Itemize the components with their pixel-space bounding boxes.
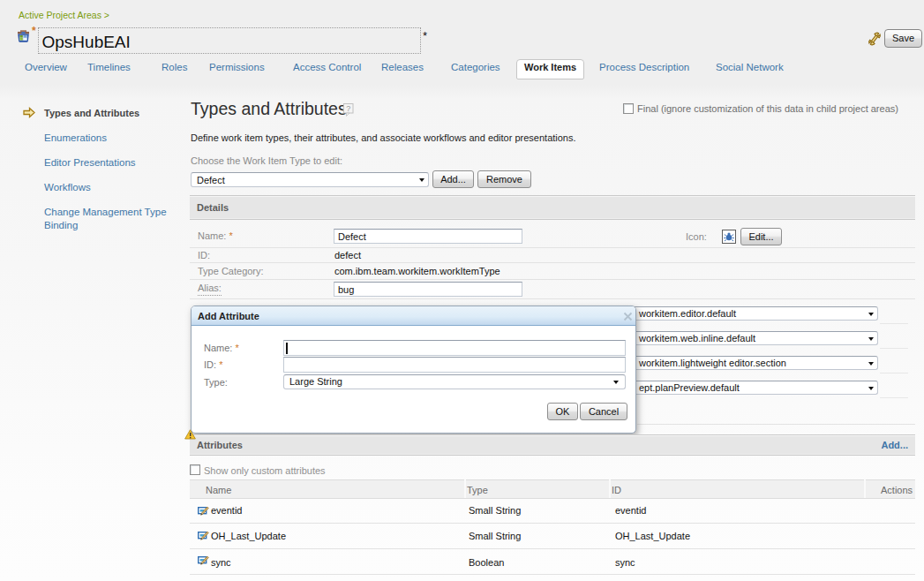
svg-text:?: ?	[346, 104, 350, 113]
